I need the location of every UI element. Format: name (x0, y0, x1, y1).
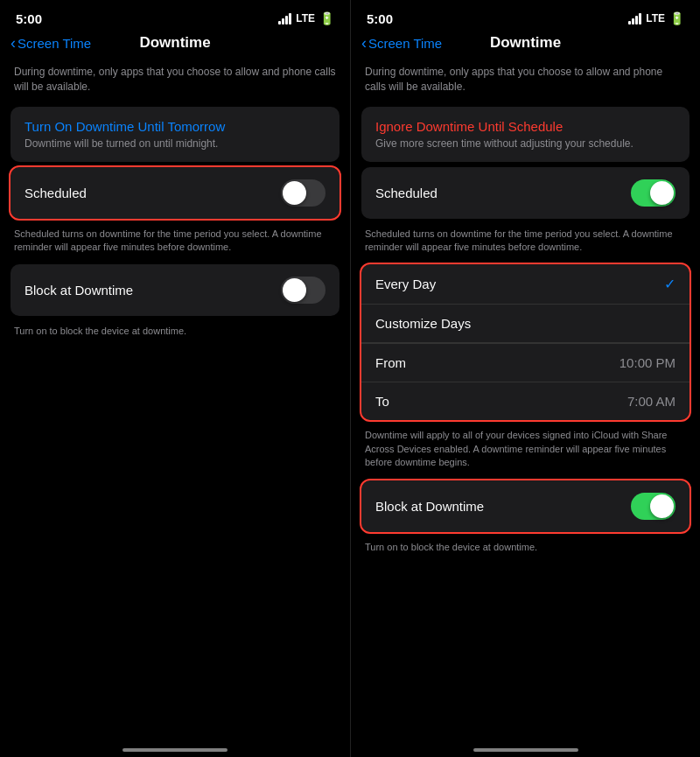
customize-days-row[interactable]: Customize Days (361, 305, 690, 343)
block-label-right: Block at Downtime (375, 499, 484, 514)
description-right: During downtime, only apps that you choo… (361, 58, 690, 102)
scheduled-desc-right: Scheduled turns on downtime for the time… (361, 224, 690, 260)
every-day-row[interactable]: Every Day ✓ (361, 264, 690, 305)
turn-on-button-sub: Downtime will be turned on until midnigh… (24, 137, 326, 150)
chevron-left-icon-right: ‹ (361, 35, 367, 51)
status-bar-right: 5:00 LTE 🔋 (351, 0, 700, 32)
check-icon: ✓ (664, 276, 676, 292)
status-bar-left: 5:00 LTE 🔋 (0, 0, 350, 32)
block-toggle-right[interactable] (631, 493, 676, 520)
status-time-right: 5:00 (367, 11, 393, 26)
every-day-label: Every Day (375, 277, 436, 291)
back-label-left: Screen Time (18, 36, 91, 51)
lte-label: LTE (296, 12, 315, 25)
nav-title-left: Downtime (139, 34, 210, 52)
scheduled-row-right[interactable]: Scheduled (361, 167, 690, 219)
content-right: During downtime, only apps that you choo… (351, 58, 700, 741)
to-row[interactable]: To 7:00 AM (361, 382, 690, 420)
back-button-right[interactable]: ‹ Screen Time (361, 35, 442, 51)
left-panel: 5:00 LTE 🔋 ‹ Screen Time Downtime During… (0, 0, 350, 757)
to-label: To (375, 394, 389, 409)
status-icons-right: LTE 🔋 (628, 11, 684, 25)
battery-icon: 🔋 (319, 11, 334, 25)
from-row[interactable]: From 10:00 PM (361, 344, 690, 382)
battery-icon-right: 🔋 (669, 11, 684, 25)
content-left: During downtime, only apps that you choo… (0, 58, 350, 741)
nav-bar-right: ‹ Screen Time Downtime (351, 32, 700, 58)
nav-title-right: Downtime (490, 34, 561, 52)
lte-label-right: LTE (646, 12, 665, 25)
icloud-desc: Downtime will apply to all of your devic… (361, 425, 690, 474)
status-icons-left: LTE 🔋 (278, 11, 334, 25)
to-value: 7:00 AM (627, 394, 676, 409)
scheduled-label-right: Scheduled (375, 186, 438, 200)
scheduled-desc-left: Scheduled turns on downtime for the time… (10, 224, 340, 260)
block-row-left[interactable]: Block at Downtime (10, 264, 340, 316)
ignore-button-sub: Give more screen time without adjusting … (375, 137, 676, 150)
scheduled-label-left: Scheduled (24, 186, 87, 200)
nav-bar-left: ‹ Screen Time Downtime (0, 32, 350, 58)
turn-on-button-label: Turn On Downtime Until Tomorrow (24, 119, 326, 134)
scheduled-toggle-right[interactable] (631, 179, 676, 207)
right-panel: 5:00 LTE 🔋 ‹ Screen Time Downtime During… (350, 0, 700, 757)
signal-icon (278, 13, 291, 25)
chevron-left-icon: ‹ (10, 35, 16, 51)
from-label: From (375, 355, 406, 370)
home-indicator-right (473, 748, 578, 752)
toggle-knob-block (283, 278, 306, 302)
from-value: 10:00 PM (620, 355, 676, 370)
scheduled-row-left[interactable]: Scheduled (10, 167, 340, 219)
turn-on-button[interactable]: Turn On Downtime Until Tomorrow Downtime… (10, 107, 340, 162)
block-label-left: Block at Downtime (24, 283, 133, 298)
ignore-button-label: Ignore Downtime Until Schedule (375, 119, 676, 134)
back-label-right: Screen Time (368, 36, 442, 51)
status-time-left: 5:00 (16, 11, 42, 26)
description-left: During downtime, only apps that you choo… (10, 58, 340, 102)
back-button-left[interactable]: ‹ Screen Time (10, 35, 91, 51)
signal-icon-right (628, 13, 641, 25)
options-group: Every Day ✓ Customize Days From 10:00 PM… (361, 264, 690, 420)
toggle-knob (283, 181, 306, 205)
ignore-button[interactable]: Ignore Downtime Until Schedule Give more… (361, 107, 690, 162)
block-desc-left: Turn on to block the device at downtime. (10, 321, 340, 343)
scheduled-toggle-left[interactable] (281, 179, 326, 207)
block-desc-right: Turn on to block the device at downtime. (361, 537, 690, 559)
toggle-knob-scheduled-right (650, 181, 674, 205)
toggle-knob-block-right (650, 494, 674, 518)
block-row-right[interactable]: Block at Downtime (361, 480, 690, 532)
block-toggle-left[interactable] (281, 277, 326, 304)
customize-days-label: Customize Days (375, 316, 471, 331)
home-indicator-left (122, 748, 228, 752)
